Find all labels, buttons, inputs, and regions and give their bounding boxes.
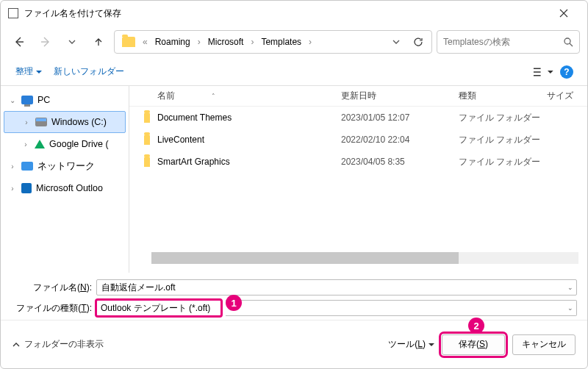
save-label: 保存(S) <box>459 338 488 351</box>
column-size-header[interactable]: サイズ <box>547 90 573 102</box>
horizontal-scrollbar[interactable] <box>151 252 578 264</box>
column-name-header[interactable]: 名前 <box>157 90 175 102</box>
help-button[interactable]: ? <box>556 62 577 82</box>
annotation-1: 1 <box>226 295 242 311</box>
list-view-icon <box>533 67 545 77</box>
close-button[interactable] <box>548 2 580 24</box>
chevron-right-icon: › <box>8 184 17 193</box>
filetype-label: ファイルの種類(T): <box>11 302 92 315</box>
nav-up-button[interactable] <box>87 31 110 53</box>
filename-label: ファイル名(N): <box>11 282 92 294</box>
hide-folders-label: フォルダーの非表示 <box>24 338 104 351</box>
file-name: LiveContent <box>154 135 341 145</box>
folder-icon <box>122 37 135 47</box>
filetype-select-rest[interactable]: ⌄ <box>226 300 577 316</box>
file-row[interactable]: SmartArt Graphics 2023/04/05 8:35 ファイル フ… <box>129 151 587 173</box>
chevron-right-icon: › <box>307 37 313 47</box>
window-title: ファイル名を付けて保存 <box>24 7 548 20</box>
nav-row: « Roaming › Microsoft › Templates › <box>1 26 587 58</box>
chevron-right-icon: › <box>196 37 202 47</box>
tree-label: PC <box>37 95 50 105</box>
chevron-right-icon: › <box>21 140 30 148</box>
nav-forward-button[interactable] <box>35 31 57 53</box>
nav-recent-button[interactable] <box>61 31 83 53</box>
cancel-button[interactable]: キャンセル <box>512 334 576 355</box>
file-date: 2023/01/05 12:07 <box>341 112 459 123</box>
folder-icon <box>144 112 150 123</box>
body: ⌄ PC › Windows (C:) › Google Drive ( › ネ… <box>1 86 587 273</box>
file-type: ファイル フォルダー <box>459 134 554 146</box>
file-row[interactable]: LiveContent 2022/02/10 22:04 ファイル フォルダー <box>129 129 587 151</box>
search-box[interactable] <box>437 30 580 54</box>
tree-item-network[interactable]: › ネットワーク <box>1 155 129 177</box>
save-button[interactable]: 保存(S) <box>442 334 505 355</box>
chevron-down-icon <box>392 38 400 46</box>
file-type: ファイル フォルダー <box>459 112 554 124</box>
filename-input[interactable] <box>101 282 572 293</box>
organize-button[interactable]: 整理 <box>11 62 46 81</box>
address-dropdown-button[interactable] <box>386 32 406 52</box>
titlebar: ファイル名を付けて保存 <box>1 1 587 26</box>
close-icon <box>559 9 568 18</box>
refresh-button[interactable] <box>408 32 429 52</box>
tree-item-google-drive[interactable]: › Google Drive ( <box>1 133 129 155</box>
filetype-row: ファイルの種類(T): Outlook テンプレート (*.oft) ⌄ <box>11 298 577 318</box>
network-icon <box>21 162 33 171</box>
nav-back-button[interactable] <box>8 31 30 53</box>
address-bar[interactable]: « Roaming › Microsoft › Templates › <box>114 30 432 54</box>
tree-label: Google Drive ( <box>49 139 109 149</box>
caret-down-icon <box>548 69 553 75</box>
column-headers: 名前 ˄ 更新日時 種類 サイズ <box>129 86 587 107</box>
arrow-up-icon <box>93 37 104 47</box>
chevron-right-icon: › <box>22 118 31 126</box>
chevron-down-icon[interactable]: ⌄ <box>567 284 573 291</box>
arrow-left-icon <box>13 36 25 48</box>
tree-item-pc[interactable]: ⌄ PC <box>1 89 129 111</box>
filename-field[interactable]: ⌄ <box>96 279 577 295</box>
app-icon <box>8 8 18 18</box>
tools-menu[interactable]: ツール(L) <box>388 338 434 351</box>
google-drive-icon <box>35 140 45 148</box>
filetype-value: Outlook テンプレート (*.oft) <box>101 302 210 315</box>
chevron-right-icon: › <box>249 37 255 47</box>
chevron-down-icon <box>68 38 76 46</box>
help-icon: ? <box>560 65 573 79</box>
tree-label: ネットワーク <box>37 160 95 173</box>
file-area: 名前 ˄ 更新日時 種類 サイズ Document Themes 2023/01… <box>129 86 587 273</box>
breadcrumb-roaming[interactable]: Roaming <box>151 34 195 50</box>
folder-icon <box>144 135 150 145</box>
view-options-button[interactable] <box>533 62 553 82</box>
breadcrumb-templates[interactable]: Templates <box>257 34 306 50</box>
tree-item-outlook[interactable]: › Microsoft Outloo <box>1 177 129 199</box>
chevron-right-icon: › <box>8 162 17 171</box>
chevron-down-icon[interactable]: ⌄ <box>567 304 573 312</box>
chevron-up-icon <box>12 341 20 348</box>
file-name: SmartArt Graphics <box>154 157 341 167</box>
tree-label: Windows (C:) <box>51 117 107 127</box>
file-name: Document Themes <box>154 112 341 123</box>
breadcrumb-microsoft[interactable]: Microsoft <box>204 34 248 50</box>
cancel-label: キャンセル <box>522 338 566 351</box>
column-type-header[interactable]: 種類 <box>459 90 547 102</box>
filetype-select[interactable]: Outlook テンプレート (*.oft) <box>96 300 221 316</box>
organize-label: 整理 <box>15 65 33 78</box>
search-input[interactable] <box>443 37 563 47</box>
file-type: ファイル フォルダー <box>459 156 554 168</box>
arrow-right-icon <box>40 36 51 48</box>
footer: フォルダーの非表示 ツール(L) 保存(S) キャンセル 2 <box>1 320 587 368</box>
file-date: 2022/02/10 22:04 <box>341 135 459 145</box>
file-list: Document Themes 2023/01/05 12:07 ファイル フォ… <box>129 107 587 246</box>
annotation-2: 2 <box>468 318 484 334</box>
file-row[interactable]: Document Themes 2023/01/05 12:07 ファイル フォ… <box>129 107 587 129</box>
tree-item-c-drive[interactable]: › Windows (C:) <box>4 111 126 133</box>
column-date-header[interactable]: 更新日時 <box>341 90 459 102</box>
folder-tree: ⌄ PC › Windows (C:) › Google Drive ( › ネ… <box>1 86 129 273</box>
tree-label: Microsoft Outloo <box>36 183 103 193</box>
svg-point-0 <box>564 38 570 44</box>
new-folder-button[interactable]: 新しいフォルダー <box>49 62 129 81</box>
refresh-icon <box>413 37 423 47</box>
hide-folders-toggle[interactable]: フォルダーの非表示 <box>12 338 104 351</box>
toolbar: 整理 新しいフォルダー ? <box>1 58 587 86</box>
drive-icon <box>35 118 47 126</box>
folder-icon <box>144 157 150 167</box>
